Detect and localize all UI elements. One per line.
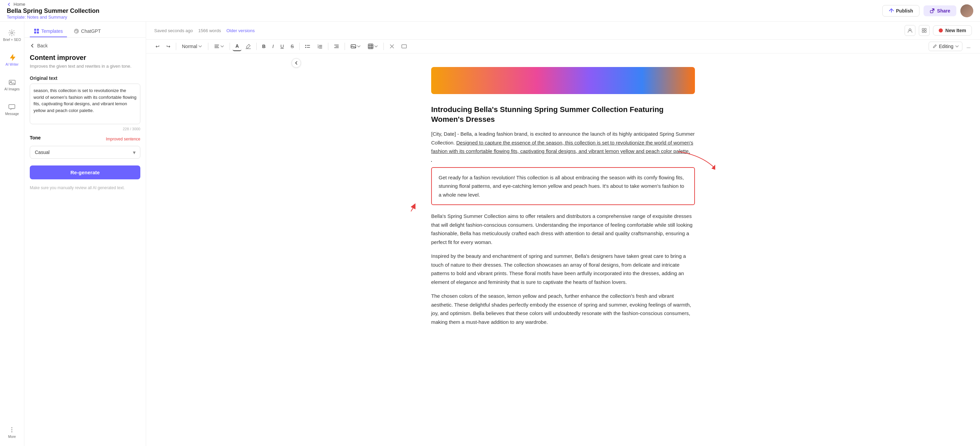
avatar-image xyxy=(960,5,973,17)
image-icon xyxy=(8,78,16,86)
align-dropdown[interactable] xyxy=(211,41,227,51)
svg-rect-11 xyxy=(37,32,39,33)
bold-button[interactable]: B xyxy=(259,42,268,51)
doc-title: Bella Spring Summer Collection xyxy=(7,8,99,14)
paragraph-1[interactable]: [City, Date] - Bella, a leading fashion … xyxy=(431,130,695,156)
collapse-chevron-icon xyxy=(294,61,299,65)
original-text-input[interactable]: season, this collection is set to revolu… xyxy=(30,84,140,124)
svg-point-1 xyxy=(11,32,13,34)
sidebar-item-message[interactable]: Message xyxy=(2,101,22,118)
panel-area: Templates ChatGPT Back Content improver … xyxy=(24,22,146,446)
section-title: Content improver xyxy=(30,54,140,62)
para1-underline: Designed to capture the essence of the s… xyxy=(431,140,693,154)
publish-button[interactable]: Publish xyxy=(882,5,920,17)
sidebar-item-ai-images[interactable]: AI Images xyxy=(2,76,22,93)
bolt-icon xyxy=(8,54,16,61)
strikethrough-button[interactable]: S xyxy=(288,42,296,51)
tone-select[interactable]: Casual Formal Friendly Professional xyxy=(30,146,140,159)
svg-point-5 xyxy=(11,427,13,428)
svg-rect-21 xyxy=(368,44,373,49)
regenerate-button[interactable]: Re-generate xyxy=(30,166,140,179)
svg-rect-9 xyxy=(37,29,39,31)
sidebar-label-message: Message xyxy=(5,112,19,116)
sidebar-item-more[interactable]: More xyxy=(5,424,19,441)
bullet-list-button[interactable] xyxy=(302,42,313,51)
improved-sentence-text: Get ready for a fashion revolution! This… xyxy=(439,175,684,198)
editing-chevron-icon xyxy=(955,45,959,48)
formatting-toolbar: ↩ ↪ Normal A B I U S xyxy=(146,40,980,53)
align-icon xyxy=(214,44,220,49)
panel-tabs: Templates ChatGPT xyxy=(24,22,146,38)
user-icon-btn[interactable] xyxy=(905,25,915,36)
table-dropdown[interactable] xyxy=(365,41,381,51)
sidebar-label-images: AI Images xyxy=(5,87,20,91)
saved-status: Saved seconds ago xyxy=(154,28,193,33)
text-color-button[interactable]: A xyxy=(233,41,242,51)
numbered-list-button[interactable] xyxy=(315,42,325,51)
settings-icon-btn[interactable] xyxy=(919,25,930,36)
tab-templates[interactable]: Templates xyxy=(30,26,67,37)
chat-icon xyxy=(8,103,16,111)
highlight-button[interactable] xyxy=(243,42,254,51)
redo-button[interactable]: ↪ xyxy=(164,42,173,51)
red-dot xyxy=(939,29,943,32)
separator-2 xyxy=(208,43,208,50)
text-cursor xyxy=(431,161,695,162)
back-button[interactable]: Back xyxy=(30,43,140,48)
editor-area: Saved seconds ago 1566 words Older versi… xyxy=(146,22,980,446)
avatar[interactable] xyxy=(960,5,973,17)
header-left: Home Bella Spring Summer Collection Temp… xyxy=(7,2,99,20)
paragraph-5: The chosen colors of the season, lemon y… xyxy=(431,292,695,326)
svg-rect-10 xyxy=(34,32,36,33)
code-block-button[interactable] xyxy=(399,42,409,51)
sidebar-label-ai: AI Writer xyxy=(5,63,19,66)
indent-button[interactable] xyxy=(331,42,342,51)
editing-dropdown[interactable]: Editing xyxy=(929,41,963,51)
italic-button[interactable]: I xyxy=(269,42,276,51)
bullet-list-icon xyxy=(305,44,310,49)
older-versions-link[interactable]: Older versions xyxy=(226,28,255,33)
svg-point-12 xyxy=(75,29,78,33)
separator-1 xyxy=(176,43,176,50)
svg-point-18 xyxy=(305,45,306,46)
svg-rect-15 xyxy=(924,29,926,30)
doc-subtitle: Template: Notes and Summary xyxy=(7,14,99,20)
chatgpt-icon xyxy=(74,29,79,34)
back-home-link[interactable]: Home xyxy=(7,2,99,7)
share-icon xyxy=(930,8,935,14)
separator-5 xyxy=(299,43,300,50)
original-text-label: Original text xyxy=(30,75,140,81)
home-label: Home xyxy=(14,2,25,7)
sidebar-item-brief-seo[interactable]: Brief + SEO xyxy=(0,27,24,44)
svg-rect-16 xyxy=(922,31,924,32)
code-block-icon xyxy=(401,44,407,49)
style-dropdown[interactable]: Normal xyxy=(179,41,205,51)
template-prefix: Template: xyxy=(7,14,27,20)
undo-button[interactable]: ↩ xyxy=(153,42,162,51)
doc-heading[interactable]: Introducing Bella's Stunning Spring Summ… xyxy=(431,105,695,124)
gear-icon xyxy=(8,29,16,37)
more-options-button[interactable]: ... xyxy=(964,42,973,51)
svg-rect-14 xyxy=(922,29,924,30)
sidebar-item-ai-writer[interactable]: AI Writer xyxy=(3,52,21,68)
svg-point-19 xyxy=(305,47,306,48)
template-name[interactable]: Notes and Summary xyxy=(27,14,67,20)
share-button[interactable]: Share xyxy=(924,5,956,16)
editor-info-right: New Item xyxy=(905,25,972,36)
char-count: 228 / 3000 xyxy=(30,127,140,131)
image-dropdown[interactable] xyxy=(348,41,364,51)
collapse-panel-button[interactable] xyxy=(291,58,301,68)
sidebar-label-brief: Brief + SEO xyxy=(3,38,21,41)
left-sidebar: Brief + SEO AI Writer AI Images Message xyxy=(0,22,24,446)
doc-banner xyxy=(431,67,695,94)
new-item-button[interactable]: New Item xyxy=(933,25,972,35)
improved-sentence-box: Get ready for a fashion revolution! This… xyxy=(431,167,695,205)
underline-button[interactable]: U xyxy=(278,42,286,51)
ai-disclaimer: Make sure you manually review all AI gen… xyxy=(30,185,140,191)
numbered-list-icon xyxy=(317,44,323,49)
tab-chatgpt[interactable]: ChatGPT xyxy=(70,26,105,37)
clear-format-button[interactable] xyxy=(387,42,397,51)
chevron-left-icon xyxy=(7,2,11,7)
separator-7 xyxy=(345,43,345,50)
image-chevron-icon xyxy=(357,45,361,48)
